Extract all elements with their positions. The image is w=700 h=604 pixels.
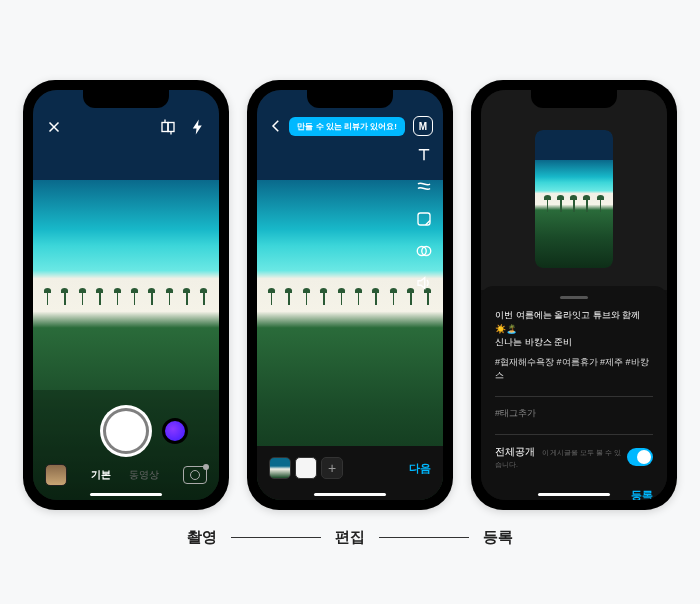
aspect-ratio-icon[interactable] (159, 118, 177, 136)
tab-photo[interactable]: 기본 (91, 468, 111, 482)
effects-icon[interactable] (415, 178, 433, 196)
svg-rect-0 (162, 123, 168, 132)
palm-trees (33, 291, 219, 305)
step-connector (379, 537, 469, 538)
badge-m-button[interactable]: M (413, 116, 433, 136)
screen-shoot: 기본 동영상 (33, 90, 219, 500)
effect-mode-button[interactable] (162, 418, 188, 444)
camera-footer: 기본 동영상 (33, 464, 219, 486)
review-tooltip: 만들 수 있는 리뷰가 있어요! (289, 117, 405, 136)
text-icon[interactable] (415, 146, 433, 164)
sheet-grip[interactable] (560, 296, 588, 299)
hashtags-text[interactable]: #협재해수욕장 #여름휴가 #제주 #바캉스 (495, 356, 653, 382)
edit-topbar: 만들 수 있는 리뷰가 있어요! M (257, 112, 443, 140)
notch (531, 90, 617, 108)
screen-publish: 이번 여름에는 올라잇고 튜브와 함께 ☀️🏝️ 신나는 바캉스 준비 #협재해… (481, 90, 667, 500)
next-button[interactable]: 다음 (409, 461, 431, 476)
sticker-icon[interactable] (415, 210, 433, 228)
visibility-toggle[interactable] (627, 448, 653, 466)
submit-button[interactable]: 등록 (631, 488, 653, 501)
palm-trees (535, 198, 613, 212)
add-clip-button[interactable]: + (321, 457, 343, 479)
palm-trees (257, 291, 443, 305)
edit-tool-rail (415, 146, 433, 292)
phone-shoot: 기본 동영상 (23, 80, 229, 510)
step-connector (231, 537, 321, 538)
clip-thumbnail[interactable] (269, 457, 291, 479)
camera-switch-icon[interactable] (183, 466, 207, 484)
camera-topbar (33, 112, 219, 142)
add-tag-button[interactable]: #태그추가 (495, 407, 653, 420)
capture-tabs: 기본 동영상 (91, 468, 159, 482)
notch (83, 90, 169, 108)
home-indicator (538, 493, 610, 496)
back-icon[interactable] (267, 117, 285, 135)
divider (495, 396, 653, 397)
home-indicator (314, 493, 386, 496)
gallery-thumbnail[interactable] (45, 464, 67, 486)
camera-bottombar: 기본 동영상 (33, 390, 219, 500)
visibility-label: 전체공개 (495, 446, 535, 457)
edit-bottombar: + 다음 (257, 446, 443, 500)
publish-sheet: 이번 여름에는 올라잇고 튜브와 함께 ☀️🏝️ 신나는 바캉스 준비 #협재해… (481, 286, 667, 500)
step-shoot-label: 촬영 (187, 528, 217, 547)
caption-input[interactable]: 이번 여름에는 올라잇고 튜브와 함께 ☀️🏝️ 신나는 바캉스 준비 (495, 309, 653, 350)
visibility-row: 전체공개 이 게시글을 모두 볼 수 있습니다. (495, 445, 653, 470)
flash-icon[interactable] (189, 118, 207, 136)
caption-line: 신나는 바캉스 준비 (495, 337, 572, 347)
publish-preview-thumbnail[interactable] (535, 130, 613, 268)
tab-video[interactable]: 동영상 (129, 468, 159, 482)
phone-edit: 만들 수 있는 리뷰가 있어요! M (247, 80, 453, 510)
step-labels: 촬영 편집 등록 (187, 528, 513, 547)
close-icon[interactable] (45, 118, 63, 136)
shutter-row (33, 408, 219, 454)
publish-preview-area (481, 90, 667, 290)
caption-line: 이번 여름에는 올라잇고 튜브와 함께 ☀️🏝️ (495, 310, 640, 334)
phone-row: 기본 동영상 만들 수 있는 리뷰가 있어요 (23, 80, 677, 510)
phone-publish: 이번 여름에는 올라잇고 튜브와 함께 ☀️🏝️ 신나는 바캉스 준비 #협재해… (471, 80, 677, 510)
step-publish-label: 등록 (483, 528, 513, 547)
clip-strip: + (269, 457, 343, 479)
home-indicator (90, 493, 162, 496)
filter-icon[interactable] (415, 242, 433, 260)
screen-edit: 만들 수 있는 리뷰가 있어요! M (257, 90, 443, 500)
divider (495, 434, 653, 435)
notch (307, 90, 393, 108)
clip-thumbnail[interactable] (295, 457, 317, 479)
svg-rect-1 (168, 123, 174, 132)
sound-icon[interactable] (415, 274, 433, 292)
shutter-button[interactable] (103, 408, 149, 454)
step-edit-label: 편집 (335, 528, 365, 547)
